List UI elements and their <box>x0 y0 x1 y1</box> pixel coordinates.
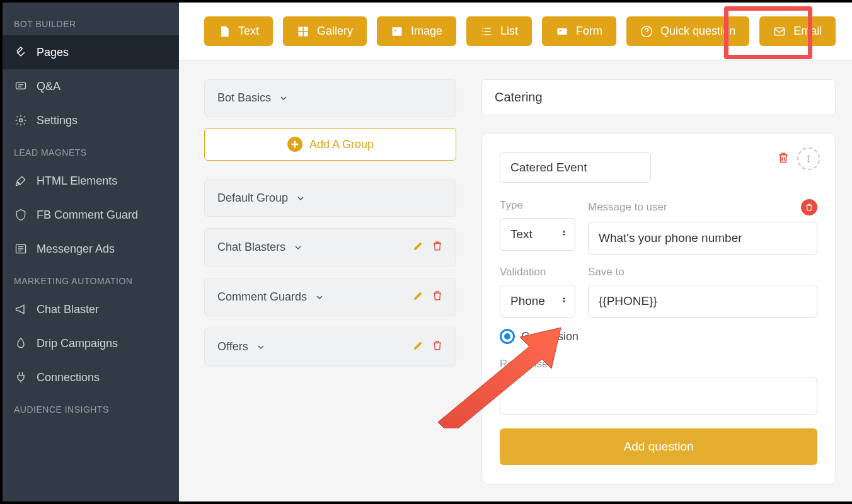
save-to-input[interactable] <box>588 285 817 318</box>
mail-icon <box>773 25 786 38</box>
sidebar-item-html[interactable]: HTML Elements <box>3 164 179 198</box>
chevron-down-icon <box>256 342 266 352</box>
groups-column: Bot Basics Add A Group Default Group Cha… <box>179 60 469 501</box>
type-select[interactable]: Text <box>500 218 575 251</box>
delete-question-icon[interactable] <box>801 199 817 215</box>
group-comment-guards[interactable]: Comment Guards <box>204 278 456 316</box>
tool-gallery[interactable]: Gallery <box>283 16 367 46</box>
svg-rect-6 <box>304 32 308 36</box>
section-bot-builder: BOT BUILDER <box>3 9 179 35</box>
sidebar-item-qa[interactable]: Q&A <box>3 69 179 103</box>
pencil-icon[interactable] <box>413 340 424 354</box>
sidebar-item-label: Messenger Ads <box>37 243 115 256</box>
sidebar-item-label: Connections <box>37 371 100 384</box>
doc-icon <box>218 25 231 38</box>
add-question-button[interactable]: Add question <box>500 428 817 465</box>
tool-label: Email <box>793 25 822 38</box>
gear-icon <box>14 113 28 127</box>
group-label: Comment Guards <box>217 290 307 304</box>
tool-image[interactable]: Image <box>377 16 456 46</box>
sidebar-item-label: Pages <box>37 46 69 59</box>
group-offers[interactable]: Offers <box>204 328 456 366</box>
tool-email[interactable]: Email <box>759 16 836 46</box>
message-label: Message to user <box>588 201 667 214</box>
section-automation: MARKETING AUTOMATION <box>3 266 179 292</box>
conversion-label: Conversion <box>521 330 579 343</box>
response-label: Response <box>500 358 817 370</box>
group-label: Chat Blasters <box>217 241 285 254</box>
svg-rect-12 <box>775 28 785 35</box>
tool-label: Text <box>238 25 259 38</box>
pencil-icon[interactable] <box>413 290 424 304</box>
chevron-down-icon <box>314 292 325 302</box>
section-insights: AUDIENCE INSIGHTS <box>3 394 179 421</box>
tool-list[interactable]: List <box>466 16 532 46</box>
conversion-radio[interactable] <box>500 329 515 344</box>
pencil-icon[interactable] <box>413 240 424 255</box>
save-to-label: Save to <box>588 266 817 278</box>
svg-rect-5 <box>299 32 303 36</box>
drag-handle-icon[interactable] <box>797 147 820 170</box>
chevron-down-icon <box>279 93 289 103</box>
sidebar-item-drip[interactable]: Drip Campaigns <box>3 326 179 360</box>
group-bot-basics[interactable]: Bot Basics <box>204 79 456 117</box>
svg-rect-3 <box>299 26 303 31</box>
sidebar-item-ads[interactable]: Messenger Ads <box>3 232 179 266</box>
chevron-down-icon <box>296 193 306 203</box>
tool-label: Image <box>411 25 442 38</box>
sidebar-item-guard[interactable]: FB Comment Guard <box>3 198 179 232</box>
sidebar-item-label: FB Comment Guard <box>37 209 138 222</box>
validation-label: Validation <box>500 266 575 278</box>
group-chat-blasters[interactable]: Chat Blasters <box>204 228 456 266</box>
add-group-label: Add A Group <box>309 138 374 151</box>
group-default[interactable]: Default Group <box>204 180 456 217</box>
message-input[interactable] <box>588 222 817 255</box>
type-label: Type <box>500 199 575 212</box>
tool-label: List <box>500 25 518 38</box>
form-card: Type Text Message to user <box>481 133 836 484</box>
sidebar-item-blaster[interactable]: Chat Blaster <box>3 292 179 326</box>
sidebar-item-label: Drip Campaigns <box>37 337 118 350</box>
list-icon <box>480 25 493 38</box>
group-label: Default Group <box>217 192 288 205</box>
sort-icon <box>560 228 568 241</box>
sidebar-item-label: Chat Blaster <box>37 303 99 316</box>
tool-text[interactable]: Text <box>204 16 273 46</box>
tool-quick[interactable]: Quick question <box>626 16 749 46</box>
tool-label: Quick question <box>660 25 735 38</box>
form-column: Type Text Message to user <box>469 60 852 501</box>
trash-icon[interactable] <box>432 240 443 255</box>
group-label: Bot Basics <box>217 91 271 105</box>
form-name-input[interactable] <box>500 152 651 183</box>
validation-select[interactable]: Phone <box>500 285 575 318</box>
megaphone-icon <box>14 302 28 316</box>
add-group-button[interactable]: Add A Group <box>204 128 456 161</box>
response-input[interactable] <box>500 377 817 415</box>
sidebar-item-label: HTML Elements <box>37 175 117 188</box>
pages-icon <box>14 45 28 59</box>
sidebar-item-settings[interactable]: Settings <box>3 103 179 137</box>
svg-rect-4 <box>304 26 308 31</box>
main: Text Gallery Image List Form Quick quest… <box>179 3 852 501</box>
svg-rect-0 <box>16 83 26 89</box>
tool-form[interactable]: Form <box>542 16 616 46</box>
card-icon <box>556 25 568 38</box>
page-title-input[interactable] <box>481 79 836 115</box>
sidebar: BOT BUILDER Pages Q&A Settings LEAD MAGN… <box>3 3 179 501</box>
tool-label: Form <box>576 25 602 38</box>
sidebar-item-pages[interactable]: Pages <box>3 35 179 69</box>
group-label: Offers <box>217 340 248 353</box>
sort-icon <box>560 295 568 307</box>
shield-icon <box>14 208 28 222</box>
grid-icon <box>297 25 309 38</box>
svg-rect-10 <box>559 30 561 32</box>
news-icon <box>14 242 28 256</box>
sidebar-item-connections[interactable]: Connections <box>3 360 179 394</box>
trash-icon[interactable] <box>777 150 790 168</box>
sidebar-item-label: Q&A <box>37 80 60 93</box>
image-icon <box>391 25 403 38</box>
chevron-down-icon <box>293 243 303 253</box>
rocket-icon <box>14 174 28 188</box>
trash-icon[interactable] <box>432 340 443 354</box>
trash-icon[interactable] <box>432 290 443 304</box>
